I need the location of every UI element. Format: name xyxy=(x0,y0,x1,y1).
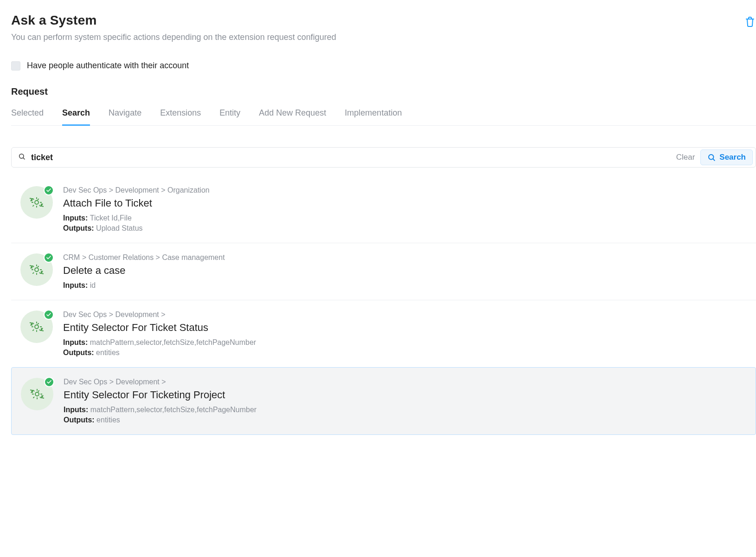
result-outputs: Outputs: entities xyxy=(63,349,256,357)
result-title: Entity Selector For Ticket Status xyxy=(63,322,256,334)
search-button[interactable]: Search xyxy=(700,149,753,165)
verified-badge-icon xyxy=(44,377,54,387)
result-title: Entity Selector For Ticketing Project xyxy=(64,389,256,401)
tab-navigate[interactable]: Navigate xyxy=(109,104,141,125)
page-subtitle: You can perform system specific actions … xyxy=(11,32,336,42)
page-title: Ask a System xyxy=(11,13,336,28)
search-bar: Clear Search xyxy=(11,147,756,168)
tab-extensions[interactable]: Extensions xyxy=(160,104,201,125)
result-breadcrumb: CRM > Customer Relations > Case manageme… xyxy=(63,253,225,262)
result-outputs: Outputs: Upload Status xyxy=(63,224,210,233)
authenticate-checkbox-row[interactable]: Have people authenticate with their acco… xyxy=(11,61,756,71)
result-inputs: Inputs: Ticket Id,File xyxy=(63,214,210,222)
clear-button[interactable]: Clear xyxy=(671,153,701,162)
result-body: Dev Sec Ops > Development >Entity Select… xyxy=(63,311,256,357)
search-results: Dev Sec Ops > Development > Organization… xyxy=(11,176,756,435)
result-body: CRM > Customer Relations > Case manageme… xyxy=(63,253,225,290)
result-icon xyxy=(21,378,53,410)
tab-implementation[interactable]: Implementation xyxy=(345,104,402,125)
svg-point-7 xyxy=(35,392,39,396)
verified-badge-icon xyxy=(44,310,54,320)
result-item[interactable]: CRM > Customer Relations > Case manageme… xyxy=(11,243,756,300)
svg-point-6 xyxy=(35,325,38,329)
result-inputs: Inputs: id xyxy=(63,281,225,290)
verified-badge-icon xyxy=(44,253,54,263)
result-title: Delete a case xyxy=(63,265,225,277)
result-item[interactable]: Dev Sec Ops > Development >Entity Select… xyxy=(11,300,756,367)
search-button-label: Search xyxy=(719,153,746,162)
result-outputs: Outputs: entities xyxy=(64,416,256,424)
result-breadcrumb: Dev Sec Ops > Development > xyxy=(64,378,256,386)
result-breadcrumb: Dev Sec Ops > Development > Organization xyxy=(63,186,210,194)
svg-line-3 xyxy=(713,159,715,160)
result-inputs: Inputs: matchPattern,selector,fetchSize,… xyxy=(63,338,256,347)
result-item[interactable]: Dev Sec Ops > Development >Entity Select… xyxy=(11,367,756,435)
result-body: Dev Sec Ops > Development >Entity Select… xyxy=(64,378,256,424)
authenticate-label: Have people authenticate with their acco… xyxy=(27,61,189,71)
result-title: Attach File to Ticket xyxy=(63,197,210,209)
tabs: Selected Search Navigate Extensions Enti… xyxy=(11,104,756,126)
search-input[interactable] xyxy=(30,152,671,163)
result-item[interactable]: Dev Sec Ops > Development > Organization… xyxy=(11,176,756,243)
result-icon xyxy=(20,253,53,286)
request-section-label: Request xyxy=(11,86,756,97)
svg-point-5 xyxy=(35,268,38,272)
tab-add-new-request[interactable]: Add New Request xyxy=(259,104,326,125)
verified-badge-icon xyxy=(44,185,54,195)
tab-entity[interactable]: Entity xyxy=(219,104,240,125)
svg-point-4 xyxy=(35,201,38,204)
result-icon xyxy=(20,186,53,219)
result-inputs: Inputs: matchPattern,selector,fetchSize,… xyxy=(64,406,256,414)
ask-a-system-page: Ask a System You can perform system spec… xyxy=(0,0,756,453)
delete-icon[interactable] xyxy=(746,13,754,30)
tab-selected[interactable]: Selected xyxy=(11,104,44,125)
checkbox-icon[interactable] xyxy=(11,61,20,71)
svg-line-1 xyxy=(23,158,25,159)
result-icon xyxy=(20,311,53,343)
search-icon xyxy=(18,153,26,162)
tab-search[interactable]: Search xyxy=(62,104,90,126)
result-body: Dev Sec Ops > Development > Organization… xyxy=(63,186,210,233)
header: Ask a System You can perform system spec… xyxy=(11,13,756,61)
result-breadcrumb: Dev Sec Ops > Development > xyxy=(63,311,256,319)
